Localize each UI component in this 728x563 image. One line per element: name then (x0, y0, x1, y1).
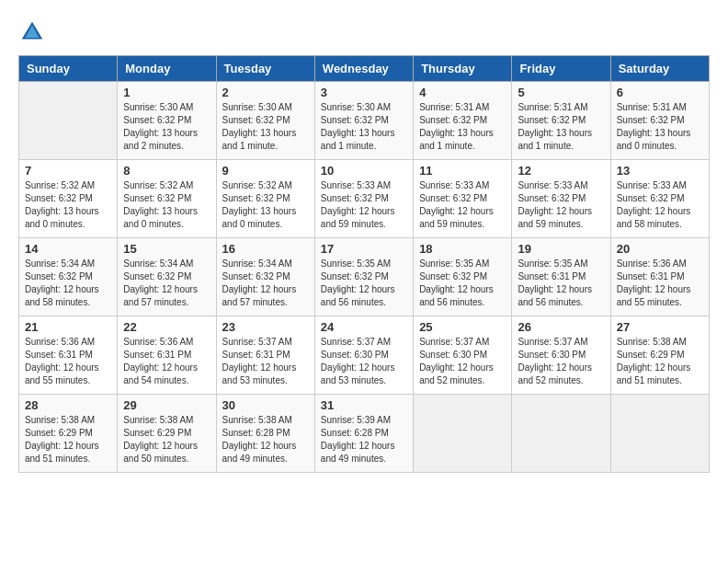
day-cell: 23Sunrise: 5:37 AMSunset: 6:31 PMDayligh… (216, 316, 314, 395)
logo-icon (18, 18, 46, 46)
col-header-thursday: Thursday (414, 56, 512, 82)
day-number: 4 (419, 86, 506, 99)
day-info: Sunrise: 5:33 AMSunset: 6:32 PMDaylight:… (321, 179, 407, 231)
day-info: Sunrise: 5:32 AMSunset: 6:32 PMDaylight:… (123, 179, 210, 231)
day-number: 23 (222, 320, 309, 334)
col-header-tuesday: Tuesday (216, 56, 314, 82)
day-cell: 20Sunrise: 5:36 AMSunset: 6:31 PMDayligh… (610, 238, 709, 316)
day-number: 27 (617, 320, 703, 334)
day-cell: 28Sunrise: 5:38 AMSunset: 6:29 PMDayligh… (19, 395, 118, 473)
day-info: Sunrise: 5:34 AMSunset: 6:32 PMDaylight:… (222, 258, 309, 309)
day-number: 15 (123, 242, 210, 256)
day-info: Sunrise: 5:31 AMSunset: 6:32 PMDaylight:… (617, 101, 703, 153)
logo (18, 18, 50, 46)
week-row-2: 7Sunrise: 5:32 AMSunset: 6:32 PMDaylight… (19, 160, 710, 238)
day-info: Sunrise: 5:37 AMSunset: 6:30 PMDaylight:… (321, 336, 407, 387)
day-number: 1 (123, 86, 210, 99)
day-number: 11 (419, 164, 506, 178)
day-number: 13 (617, 164, 703, 178)
day-cell: 9Sunrise: 5:32 AMSunset: 6:32 PMDaylight… (216, 160, 314, 238)
day-cell: 29Sunrise: 5:38 AMSunset: 6:29 PMDayligh… (118, 395, 216, 473)
day-info: Sunrise: 5:33 AMSunset: 6:32 PMDaylight:… (518, 179, 604, 231)
day-info: Sunrise: 5:34 AMSunset: 6:32 PMDaylight:… (25, 258, 111, 309)
day-number: 24 (321, 320, 407, 334)
day-cell (610, 395, 709, 473)
day-cell: 22Sunrise: 5:36 AMSunset: 6:31 PMDayligh… (118, 316, 216, 395)
day-cell: 19Sunrise: 5:35 AMSunset: 6:31 PMDayligh… (512, 238, 610, 316)
day-cell: 7Sunrise: 5:32 AMSunset: 6:32 PMDaylight… (19, 160, 118, 238)
day-number: 30 (222, 398, 309, 412)
day-info: Sunrise: 5:36 AMSunset: 6:31 PMDaylight:… (25, 336, 111, 387)
calendar-table: SundayMondayTuesdayWednesdayThursdayFrid… (18, 55, 710, 473)
day-cell: 1Sunrise: 5:30 AMSunset: 6:32 PMDaylight… (118, 82, 216, 160)
day-cell: 16Sunrise: 5:34 AMSunset: 6:32 PMDayligh… (216, 238, 314, 316)
col-header-wednesday: Wednesday (314, 56, 413, 82)
header-row: SundayMondayTuesdayWednesdayThursdayFrid… (19, 56, 710, 82)
day-cell: 27Sunrise: 5:38 AMSunset: 6:29 PMDayligh… (610, 316, 709, 395)
day-cell: 12Sunrise: 5:33 AMSunset: 6:32 PMDayligh… (512, 160, 610, 238)
day-number: 28 (25, 398, 111, 412)
col-header-monday: Monday (118, 56, 216, 82)
col-header-friday: Friday (512, 56, 610, 82)
day-info: Sunrise: 5:38 AMSunset: 6:29 PMDaylight:… (123, 414, 210, 465)
day-info: Sunrise: 5:35 AMSunset: 6:31 PMDaylight:… (518, 258, 604, 309)
day-cell: 17Sunrise: 5:35 AMSunset: 6:32 PMDayligh… (314, 238, 413, 316)
day-cell: 13Sunrise: 5:33 AMSunset: 6:32 PMDayligh… (610, 160, 709, 238)
day-number: 10 (321, 164, 407, 178)
day-info: Sunrise: 5:31 AMSunset: 6:32 PMDaylight:… (518, 101, 604, 153)
day-number: 7 (25, 164, 111, 178)
day-number: 26 (518, 320, 604, 334)
day-cell: 26Sunrise: 5:37 AMSunset: 6:30 PMDayligh… (512, 316, 610, 395)
day-info: Sunrise: 5:36 AMSunset: 6:31 PMDaylight:… (123, 336, 210, 387)
day-number: 31 (321, 398, 407, 412)
day-cell (19, 82, 118, 160)
day-info: Sunrise: 5:30 AMSunset: 6:32 PMDaylight:… (123, 101, 210, 153)
day-number: 21 (25, 320, 111, 334)
day-info: Sunrise: 5:30 AMSunset: 6:32 PMDaylight:… (321, 101, 407, 153)
day-number: 19 (518, 242, 604, 256)
day-cell: 2Sunrise: 5:30 AMSunset: 6:32 PMDaylight… (216, 82, 314, 160)
day-cell: 3Sunrise: 5:30 AMSunset: 6:32 PMDaylight… (314, 82, 413, 160)
day-number: 12 (518, 164, 604, 178)
day-cell: 15Sunrise: 5:34 AMSunset: 6:32 PMDayligh… (118, 238, 216, 316)
day-cell (512, 395, 610, 473)
day-cell: 8Sunrise: 5:32 AMSunset: 6:32 PMDaylight… (118, 160, 216, 238)
day-info: Sunrise: 5:32 AMSunset: 6:32 PMDaylight:… (25, 179, 111, 231)
day-number: 5 (518, 86, 604, 99)
day-cell: 14Sunrise: 5:34 AMSunset: 6:32 PMDayligh… (19, 238, 118, 316)
day-info: Sunrise: 5:37 AMSunset: 6:30 PMDaylight:… (518, 336, 604, 387)
day-cell: 5Sunrise: 5:31 AMSunset: 6:32 PMDaylight… (512, 82, 610, 160)
day-info: Sunrise: 5:35 AMSunset: 6:32 PMDaylight:… (419, 258, 506, 309)
day-number: 16 (222, 242, 309, 256)
day-info: Sunrise: 5:33 AMSunset: 6:32 PMDaylight:… (617, 179, 703, 231)
week-row-5: 28Sunrise: 5:38 AMSunset: 6:29 PMDayligh… (19, 395, 710, 473)
day-info: Sunrise: 5:35 AMSunset: 6:32 PMDaylight:… (321, 258, 407, 309)
day-number: 6 (617, 86, 703, 99)
day-number: 2 (222, 86, 309, 99)
week-row-1: 1Sunrise: 5:30 AMSunset: 6:32 PMDaylight… (19, 82, 710, 160)
day-info: Sunrise: 5:32 AMSunset: 6:32 PMDaylight:… (222, 179, 309, 231)
day-number: 17 (321, 242, 407, 256)
day-cell: 30Sunrise: 5:38 AMSunset: 6:28 PMDayligh… (216, 395, 314, 473)
day-cell: 31Sunrise: 5:39 AMSunset: 6:28 PMDayligh… (314, 395, 413, 473)
day-cell: 10Sunrise: 5:33 AMSunset: 6:32 PMDayligh… (314, 160, 413, 238)
day-info: Sunrise: 5:33 AMSunset: 6:32 PMDaylight:… (419, 179, 506, 231)
day-number: 20 (617, 242, 703, 256)
day-cell: 21Sunrise: 5:36 AMSunset: 6:31 PMDayligh… (19, 316, 118, 395)
day-number: 25 (419, 320, 506, 334)
day-number: 22 (123, 320, 210, 334)
day-info: Sunrise: 5:38 AMSunset: 6:28 PMDaylight:… (222, 414, 309, 465)
day-cell: 24Sunrise: 5:37 AMSunset: 6:30 PMDayligh… (314, 316, 413, 395)
day-info: Sunrise: 5:37 AMSunset: 6:30 PMDaylight:… (419, 336, 506, 387)
week-row-3: 14Sunrise: 5:34 AMSunset: 6:32 PMDayligh… (19, 238, 710, 316)
day-info: Sunrise: 5:38 AMSunset: 6:29 PMDaylight:… (25, 414, 111, 465)
col-header-saturday: Saturday (610, 56, 709, 82)
day-cell: 4Sunrise: 5:31 AMSunset: 6:32 PMDaylight… (414, 82, 512, 160)
day-number: 3 (321, 86, 407, 99)
day-info: Sunrise: 5:30 AMSunset: 6:32 PMDaylight:… (222, 101, 309, 153)
day-info: Sunrise: 5:39 AMSunset: 6:28 PMDaylight:… (321, 414, 407, 465)
day-number: 14 (25, 242, 111, 256)
week-row-4: 21Sunrise: 5:36 AMSunset: 6:31 PMDayligh… (19, 316, 710, 395)
day-number: 8 (123, 164, 210, 178)
day-info: Sunrise: 5:38 AMSunset: 6:29 PMDaylight:… (617, 336, 703, 387)
